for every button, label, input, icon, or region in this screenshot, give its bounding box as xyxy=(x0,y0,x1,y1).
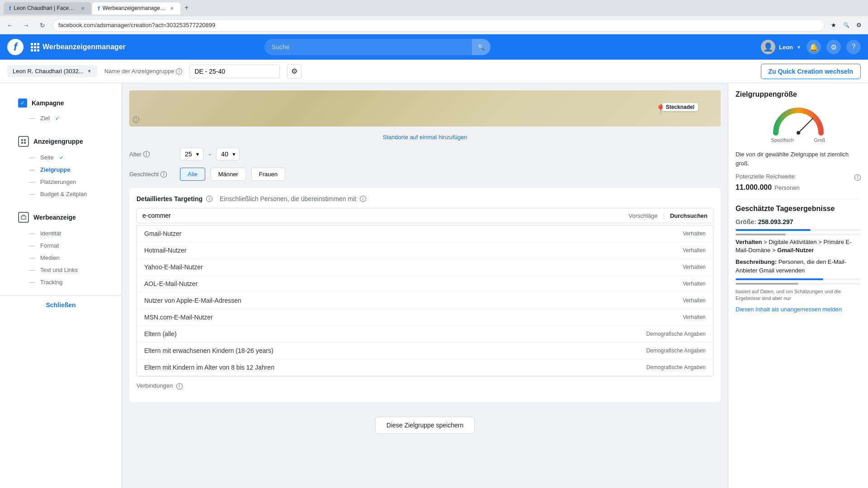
new-tab-button[interactable]: + xyxy=(181,2,192,13)
dropdown-item-gmail[interactable]: Gmail-Nutzer Verhalten xyxy=(137,225,713,242)
dropdown-item-eltern-kinder[interactable]: Eltern mit Kindern im Alter von 8 bis 12… xyxy=(137,359,713,376)
sidebar-item-anzeigengruppe[interactable]: Anzeigengruppe xyxy=(11,132,111,150)
search-button[interactable]: 🔍 xyxy=(472,39,491,55)
targeting-info-icon[interactable]: i xyxy=(206,196,212,202)
dropdown-item-eltern-alle[interactable]: Eltern (alle) Demografische Angaben xyxy=(137,326,713,343)
gender-alle-button[interactable]: Alle xyxy=(180,168,205,181)
notifications-button[interactable]: 🔔 xyxy=(807,40,821,54)
age-min-select[interactable]: 25 18202224 xyxy=(180,148,203,160)
dropdown-item-eltern-erwachsen[interactable]: Eltern mit erwachsenen Kindern (18-26 ye… xyxy=(137,343,713,359)
dropdown-item-name: Eltern (alle) xyxy=(144,330,646,338)
kampagne-title: Kampagne xyxy=(32,99,64,107)
sidebar-subitem-identitaet[interactable]: — Identität xyxy=(22,227,114,239)
sidebar-item-werbeanzeige[interactable]: Werbeanzeige xyxy=(11,208,111,226)
ad-group-settings-icon[interactable]: ⚙ xyxy=(287,64,302,79)
extension-icon-1[interactable]: 🔍 xyxy=(841,20,852,31)
save-audience-button[interactable]: Diese Zielgruppe speichern xyxy=(375,417,475,434)
ad-group-info-icon[interactable]: i xyxy=(176,68,182,75)
content-area: 📍 Stecknadel i Standorte auf einmal hinz… xyxy=(122,83,728,488)
account-selector[interactable]: Leon R. Chaudhari (3032... ▼ xyxy=(7,65,97,77)
tab-2-close[interactable]: ✕ xyxy=(169,5,175,11)
user-avatar: 👤 xyxy=(761,40,775,54)
map-info-icon[interactable]: i xyxy=(133,117,139,123)
sidebar-subitem-ziel[interactable]: — Ziel ✓ xyxy=(22,112,114,124)
help-button[interactable]: ? xyxy=(846,40,861,54)
sidebar-subitem-budget-zeitplan[interactable]: — Budget & Zeitplan xyxy=(22,188,114,200)
browser-nav-bar: ← → ↻ facebook.com/adsmanager/creation?a… xyxy=(0,16,868,34)
sidebar-subitem-zielgruppe[interactable]: — Zielgruppe xyxy=(22,164,114,176)
main-content: 📍 Stecknadel i Standorte auf einmal hinz… xyxy=(122,83,728,448)
sidebar-kampagne-section: ✓ Kampagne — Ziel ✓ xyxy=(0,90,122,128)
browser-tab-1[interactable]: f Leon Chaudhari | Facebook ✕ xyxy=(4,2,91,14)
dropdown-item-category: Verhalten xyxy=(683,247,706,253)
dropdown-item-msn[interactable]: MSN.com-E-Mail-Nutzer Verhalten xyxy=(137,309,713,326)
settings-button[interactable]: ⚙ xyxy=(826,40,841,54)
targeting-desc-info-icon[interactable]: i xyxy=(360,196,366,202)
sidebar-subitem-text-links[interactable]: — Text und Links xyxy=(22,264,114,276)
sidebar-item-kampagne[interactable]: ✓ Kampagne xyxy=(11,95,111,111)
tracking-label: Tracking xyxy=(40,279,62,286)
connections-info-icon[interactable]: i xyxy=(176,383,183,389)
address-bar[interactable]: facebook.com/adsmanager/creation?act=303… xyxy=(52,19,825,32)
audience-title: Zielgruppengröße xyxy=(736,90,861,99)
address-text: facebook.com/adsmanager/creation?act=303… xyxy=(58,22,215,28)
sidebar-werbeanzeige-section: Werbeanzeige — Identität — Format — Medi… xyxy=(0,204,122,292)
search-input[interactable] xyxy=(264,39,472,55)
dropdown-item-aol[interactable]: AOL-E-Mail-Nutzer Verhalten xyxy=(137,276,713,292)
map-background xyxy=(129,90,721,127)
gender-maenner-button[interactable]: Männer xyxy=(211,168,246,181)
dropdown-item-yahoo[interactable]: Yahoo-E-Mail-Nutzer Verhalten xyxy=(137,259,713,276)
sidebar-subitem-medien[interactable]: — Medien xyxy=(22,252,114,264)
gender-info-icon[interactable]: i xyxy=(160,171,167,178)
browser-chrome: f Leon Chaudhari | Facebook ✕ f Werbeanz… xyxy=(0,0,868,16)
info-text: basiert auf Daten, und um Schätzungen un… xyxy=(736,288,861,302)
close-button[interactable]: Schließen xyxy=(0,296,122,314)
age-max-select[interactable]: 40 45505565 xyxy=(216,148,240,160)
age-info-icon[interactable]: i xyxy=(143,151,150,157)
durchsuchen-button[interactable]: Durchsuchen xyxy=(665,209,713,223)
reach-info-icon[interactable]: i xyxy=(854,174,861,181)
progress-fill-3 xyxy=(736,278,823,280)
forward-button[interactable]: → xyxy=(20,19,33,32)
werbeanzeige-title: Werbeanzeige xyxy=(33,214,76,221)
extension-icon-2[interactable]: ⚙ xyxy=(854,20,864,31)
dropdown-item-name: Eltern mit Kindern im Alter von 8 bis 12… xyxy=(144,364,646,371)
tab-1-close[interactable]: ✕ xyxy=(80,5,86,11)
account-name: Leon R. Chaudhari (3032... xyxy=(13,68,84,75)
dropdown-item-name: MSN.com-E-Mail-Nutzer xyxy=(144,314,683,321)
quick-creation-button[interactable]: Zu Quick Creation wechseln xyxy=(761,64,861,79)
browser-tab-2[interactable]: f Werbeanzeigenmanager - Cr... ✕ xyxy=(92,2,180,14)
vorschlaege-button[interactable]: Vorschläge xyxy=(623,209,663,223)
dropdown-item-hotmail[interactable]: Hotmail-Nutzer Verhalten xyxy=(137,242,713,259)
anzeigengruppe-subitems: — Seite ✓ — Zielgruppe — Platzierungen —… xyxy=(7,151,114,200)
dropdown-item-name: Yahoo-E-Mail-Nutzer xyxy=(144,263,683,271)
gauge-label-spezifisch: Spezifisch xyxy=(771,137,794,143)
sidebar-subitem-format[interactable]: — Format xyxy=(22,239,114,252)
add-location-link[interactable]: Standorte auf einmal hinzufügen xyxy=(129,134,721,141)
sidebar-subitem-platzierungen[interactable]: — Platzierungen xyxy=(22,176,114,188)
ziel-label: Ziel xyxy=(40,115,50,122)
est-path: Verhalten > Digitale Aktivitäten > Primä… xyxy=(736,238,861,254)
grid-icon xyxy=(31,43,39,52)
main-layout: ✓ Kampagne — Ziel ✓ Anzeigengruppe xyxy=(0,83,868,488)
connections-label: Verbindungen i xyxy=(137,382,183,389)
reach-unit: Personen xyxy=(774,184,800,191)
report-link[interactable]: Diesen Inhalt als unangemessen melden xyxy=(736,306,861,313)
gender-frauen-button[interactable]: Frauen xyxy=(251,168,285,181)
est-size: Größe: 258.093.297 xyxy=(736,218,861,225)
sidebar-subitem-seite[interactable]: — Seite ✓ xyxy=(22,151,114,164)
dropdown-item-category: Verhalten xyxy=(683,314,706,320)
werbeanzeige-subitems: — Identität — Format — Medien — Text und… xyxy=(7,227,114,288)
targeting-search-input[interactable] xyxy=(137,208,623,223)
werbeanzeige-section-icon xyxy=(18,212,29,223)
ad-group-name-input[interactable] xyxy=(189,65,280,78)
user-menu[interactable]: 👤 Leon ▼ xyxy=(761,40,801,54)
bookmark-icon[interactable]: ★ xyxy=(828,20,839,31)
sidebar-subitem-tracking[interactable]: — Tracking xyxy=(22,276,114,288)
age-row: Alter i 25 18202224 ▼ - 40 45505565 xyxy=(129,148,721,160)
dropdown-item-apple[interactable]: Nutzer von Apple-E-Mail-Adressen Verhalt… xyxy=(137,292,713,309)
reload-button[interactable]: ↻ xyxy=(36,19,49,32)
dropdown-item-name: Eltern mit erwachsenen Kindern (18-26 ye… xyxy=(144,347,646,354)
dropdown-item-category: Demografische Angaben xyxy=(646,364,706,371)
back-button[interactable]: ← xyxy=(4,19,16,32)
